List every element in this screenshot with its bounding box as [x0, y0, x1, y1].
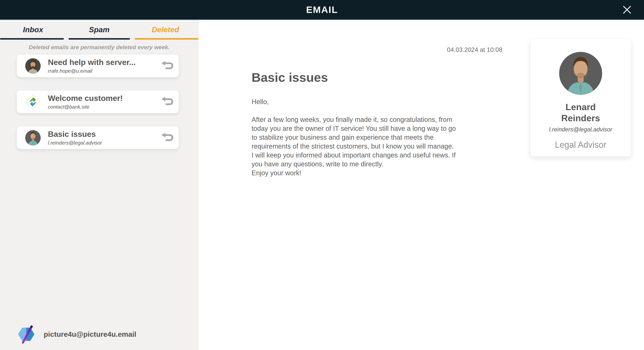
email-subject: Need help with server...	[48, 58, 136, 67]
tab-inbox[interactable]: Inbox	[0, 20, 66, 40]
email-texts: Need help with server... rrafe.hope@u.em…	[48, 58, 136, 74]
sender-profile-avatar	[559, 52, 602, 95]
deleted-notice: Deleted emails are permanently deleted e…	[0, 44, 198, 50]
message-date: 04.03.2024 at 10:08	[252, 46, 502, 53]
tab-spam[interactable]: Spam	[66, 20, 132, 40]
email-list-item-welcome-customer[interactable]: Welcome customer! contact@bank.site	[17, 90, 179, 113]
message-subject: Basic issues	[252, 70, 328, 85]
email-subject: Welcome customer!	[48, 94, 123, 103]
email-sender-address: rrafe.hope@u.email	[48, 68, 136, 74]
email-list-item-need-help[interactable]: Need help with server... rrafe.hope@u.em…	[17, 55, 179, 77]
account-row: picture4u@picture4u.email	[17, 323, 136, 345]
email-texts: Basic issues l.reinders@legal.advisor	[48, 130, 102, 146]
sender-first-name: Lenard	[561, 102, 600, 113]
restore-email-button[interactable]	[161, 97, 174, 107]
app-title: EMAIL	[306, 4, 338, 15]
email-sender-address: contact@bank.site	[48, 104, 123, 110]
email-list: Need help with server... rrafe.hope@u.em…	[17, 55, 179, 149]
undo-restore-icon	[161, 60, 174, 71]
sender-name: Lenard Reinders	[561, 102, 600, 124]
restore-email-button[interactable]	[161, 133, 174, 143]
bank-logo-icon	[25, 94, 41, 110]
close-icon	[622, 5, 632, 15]
sender-email: l.reinders@legal.advisor	[549, 126, 612, 133]
message-pane: 04.03.2024 at 10:08 Basic issues Hello, …	[199, 20, 644, 350]
mail-sidebar: Inbox Spam Deleted Deleted emails are pe…	[0, 20, 199, 350]
message-body: Hello, After a few long weeks, you final…	[252, 97, 527, 177]
sender-last-name: Reinders	[561, 113, 600, 124]
email-texts: Welcome customer! contact@bank.site	[48, 94, 123, 110]
account-email: picture4u@picture4u.email	[44, 330, 136, 339]
email-app-window: EMAIL Inbox Spam Deleted Deleted emails …	[0, 0, 644, 350]
title-bar: EMAIL	[0, 0, 644, 20]
email-subject: Basic issues	[48, 130, 102, 139]
sender-profile-card: Lenard Reinders l.reinders@legal.advisor…	[530, 39, 631, 157]
undo-restore-icon	[161, 96, 174, 107]
sender-avatar-long-hair	[25, 58, 41, 74]
mailbox-tabs: Inbox Spam Deleted	[0, 20, 198, 40]
email-sender-address: l.reinders@legal.advisor	[48, 140, 102, 146]
close-button[interactable]	[622, 5, 632, 15]
sender-role: Legal Advisor	[555, 140, 606, 150]
picture4u-logo-icon	[17, 324, 36, 345]
restore-email-button[interactable]	[161, 61, 174, 71]
email-list-item-basic-issues[interactable]: Basic issues l.reinders@legal.advisor	[17, 126, 179, 149]
tab-deleted[interactable]: Deleted	[132, 20, 198, 40]
undo-restore-icon	[161, 132, 174, 143]
sender-avatar-short-hair	[25, 130, 41, 146]
